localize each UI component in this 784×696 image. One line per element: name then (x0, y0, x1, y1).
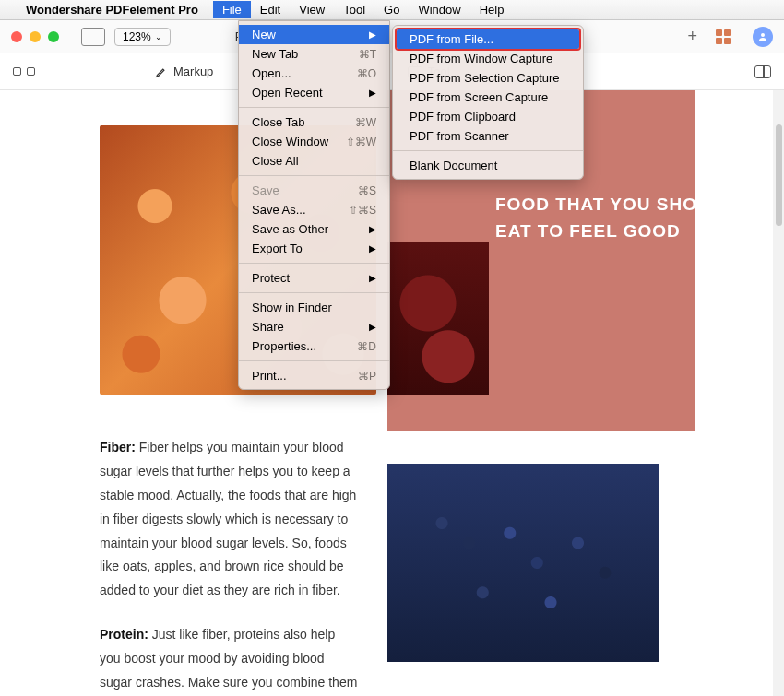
menu-go[interactable]: Go (374, 1, 409, 18)
protein-label: Protein: (100, 627, 148, 642)
file-menu-protect[interactable]: Protect ▶ (239, 268, 389, 288)
submenu-arrow-icon: ▶ (369, 29, 376, 40)
file-menu-properties[interactable]: Properties... ⌘D (239, 336, 389, 356)
fiber-text: Fiber helps you maintain your blood suga… (100, 440, 356, 597)
submenu-arrow-icon: ▶ (369, 224, 376, 234)
fiber-label: Fiber: (100, 440, 136, 454)
file-menu-new-label: New (252, 28, 276, 41)
traffic-lights (11, 31, 59, 42)
file-menu-open-recent[interactable]: Open Recent ▶ (239, 83, 389, 102)
submenu-pdf-from-file[interactable]: PDF from File... (397, 29, 579, 49)
image-pomegranate (387, 242, 489, 395)
chevron-down-icon: ⌄ (155, 32, 162, 41)
menu-tool[interactable]: Tool (334, 1, 374, 18)
app-name: Wondershare PDFelement Pro (26, 3, 198, 17)
menu-view[interactable]: View (290, 1, 334, 18)
file-menu-close-tab[interactable]: Close Tab ⌘W (239, 112, 389, 132)
split-view-icon[interactable] (754, 65, 771, 78)
sidebar-toggle-icon[interactable] (81, 28, 105, 46)
thumbnails-icon[interactable] (13, 67, 35, 76)
templates-icon[interactable] (716, 29, 731, 44)
mac-menubar: Wondershare PDFelement Pro File Edit Vie… (0, 0, 784, 20)
file-menu-dropdown: New ▶ New Tab ⌘T Open... ⌘O Open Recent … (238, 20, 390, 390)
new-tab-button[interactable]: + (687, 27, 697, 46)
submenu-arrow-icon: ▶ (369, 322, 376, 332)
file-new-submenu: PDF from File... PDF from Window Capture… (392, 25, 584, 180)
file-menu-new[interactable]: New ▶ (239, 25, 389, 44)
submenu-arrow-icon: ▶ (369, 88, 376, 98)
body-text: Fiber: Fiber helps you maintain your blo… (100, 436, 358, 696)
file-menu-save-as[interactable]: Save As... ⇧⌘S (239, 200, 389, 219)
submenu-pdf-from-clipboard[interactable]: PDF from Clipboard (393, 107, 583, 126)
file-menu-open[interactable]: Open... ⌘O (239, 64, 389, 83)
submenu-pdf-from-window-capture[interactable]: PDF from Window Capture (393, 49, 583, 68)
submenu-pdf-from-scanner[interactable]: PDF from Scanner (393, 126, 583, 146)
zoom-value: 123% (123, 30, 151, 43)
document-canvas: FOOD THAT YOU SHOULD EAT TO FEEL GOOD Fi… (0, 90, 784, 696)
file-menu-close-window[interactable]: Close Window ⇧⌘W (239, 132, 389, 151)
file-menu-share[interactable]: Share ▶ (239, 317, 389, 336)
image-blueberries (387, 464, 659, 662)
submenu-pdf-from-screen-capture[interactable]: PDF from Screen Capture (393, 88, 583, 107)
menu-window[interactable]: Window (409, 1, 469, 18)
file-menu-close-all[interactable]: Close All (239, 151, 389, 171)
file-menu-show-in-finder[interactable]: Show in Finder (239, 298, 389, 317)
menu-file[interactable]: File (213, 1, 251, 18)
submenu-blank-document[interactable]: Blank Document (393, 156, 583, 175)
file-menu-print[interactable]: Print... ⌘P (239, 366, 389, 385)
file-menu-save: Save ⌘S (239, 181, 389, 200)
markup-label: Markup (173, 65, 213, 78)
file-menu-export-to[interactable]: Export To ▶ (239, 239, 389, 258)
menu-edit[interactable]: Edit (251, 1, 290, 18)
submenu-arrow-icon: ▶ (369, 243, 376, 254)
vertical-scrollbar[interactable] (776, 124, 782, 226)
submenu-pdf-from-selection-capture[interactable]: PDF from Selection Capture (393, 68, 583, 88)
submenu-arrow-icon: ▶ (369, 273, 376, 283)
close-window-icon[interactable] (11, 31, 22, 42)
svg-point-0 (761, 33, 765, 37)
menu-help[interactable]: Help (470, 1, 514, 18)
minimize-window-icon[interactable] (30, 31, 41, 42)
fullscreen-window-icon[interactable] (48, 31, 59, 42)
hero-headline: FOOD THAT YOU SHOULD EAT TO FEEL GOOD (495, 192, 773, 244)
file-menu-save-as-other[interactable]: Save as Other ▶ (239, 219, 389, 239)
markup-button[interactable]: Markup (155, 65, 213, 78)
account-avatar-icon[interactable] (753, 27, 773, 47)
file-menu-new-tab[interactable]: New Tab ⌘T (239, 44, 389, 64)
zoom-selector[interactable]: 123% ⌄ (114, 28, 171, 46)
